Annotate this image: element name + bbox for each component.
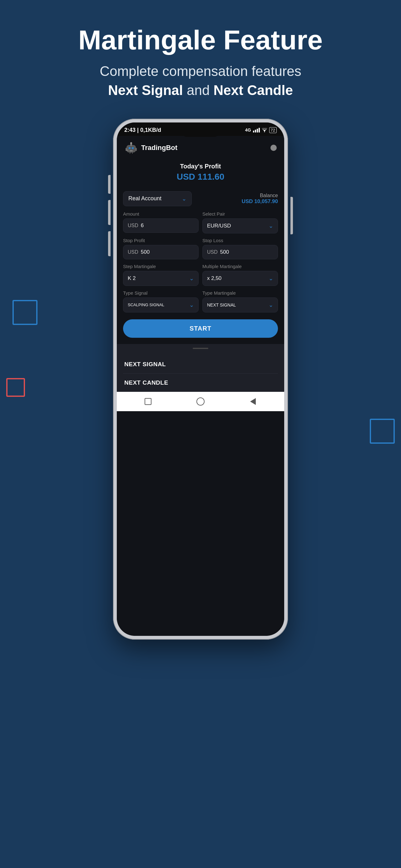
pair-field-col: Select Pair EUR/USD ⌄ bbox=[202, 211, 278, 234]
status-icons: 4G 72 bbox=[245, 127, 277, 133]
subtitle-line1: Complete compensation features bbox=[100, 63, 301, 79]
stop-loss-col: Stop Loss USD 500 bbox=[202, 238, 278, 259]
svg-rect-8 bbox=[136, 148, 137, 151]
phone-outer: 2:43 | 0,1KB/d 4G bbox=[113, 119, 288, 640]
type-signal-text: SCALPING SIGNAL bbox=[128, 303, 164, 307]
subtitle-bold2: Next Candle bbox=[213, 83, 293, 98]
sheet-item-next-candle[interactable]: NEXT CANDLE bbox=[123, 374, 278, 392]
type-signal-chevron-icon: ⌄ bbox=[189, 302, 194, 308]
stop-loss-label: Stop Loss bbox=[202, 238, 278, 243]
pair-label: Select Pair bbox=[202, 211, 278, 217]
phone-mockup: 2:43 | 0,1KB/d 4G bbox=[0, 113, 401, 664]
signal-bars-icon bbox=[253, 128, 260, 132]
app-screen: TradingBot Today's Profit USD 111.60 Rea… bbox=[117, 136, 284, 636]
dynamic-island bbox=[182, 127, 219, 137]
amount-prefix: USD bbox=[128, 223, 138, 228]
robot-icon bbox=[124, 141, 138, 155]
app-logo: TradingBot bbox=[124, 141, 177, 155]
svg-point-6 bbox=[130, 142, 132, 144]
app-name: TradingBot bbox=[141, 144, 177, 152]
account-chevron-icon: ⌄ bbox=[182, 195, 187, 202]
multiple-martingale-col: Multiple Martingale x 2,50 ⌄ bbox=[202, 264, 278, 286]
nav-back-button[interactable] bbox=[248, 397, 258, 406]
sheet-handle bbox=[193, 348, 208, 349]
stop-loss-input[interactable]: USD 500 bbox=[202, 245, 278, 259]
amount-input[interactable]: USD 6 bbox=[123, 218, 199, 233]
multiple-martingale-text: x 2,50 bbox=[207, 275, 222, 281]
back-icon bbox=[250, 398, 256, 405]
step-martingale-col: Step Martingale K 2 ⌄ bbox=[123, 264, 199, 286]
svg-rect-9 bbox=[126, 150, 128, 151]
start-button[interactable]: START bbox=[123, 319, 278, 338]
stop-loss-value: 500 bbox=[220, 249, 229, 255]
form-section: Real Account ⌄ Balance USD 10,057.90 Amo… bbox=[117, 188, 284, 341]
stop-profit-loss-row: Stop Profit USD 500 Stop Loss USD 500 bbox=[123, 238, 278, 259]
svg-rect-3 bbox=[132, 147, 134, 149]
stop-profit-prefix: USD bbox=[128, 249, 138, 255]
martingale-row: Step Martingale K 2 ⌄ Multiple Martingal… bbox=[123, 264, 278, 286]
power-button[interactable] bbox=[291, 197, 293, 234]
type-martingale-label: Type Martingale bbox=[202, 290, 278, 296]
profit-value: USD 111.60 bbox=[123, 172, 278, 182]
header-subtitle: Complete compensation features Next Sign… bbox=[19, 62, 382, 100]
step-martingale-chevron-icon: ⌄ bbox=[189, 275, 194, 282]
multiple-martingale-select[interactable]: x 2,50 ⌄ bbox=[202, 271, 278, 286]
type-martingale-text: NEXT SIGNAL bbox=[207, 303, 236, 307]
svg-rect-4 bbox=[130, 150, 133, 151]
amount-field-col: Amount USD 6 bbox=[123, 211, 199, 234]
stop-profit-label: Stop Profit bbox=[123, 238, 199, 243]
app-header: TradingBot bbox=[117, 136, 284, 160]
mute-button[interactable] bbox=[108, 231, 110, 256]
status-time: 2:43 | 0,1KB/d bbox=[124, 127, 161, 133]
home-icon bbox=[196, 398, 205, 406]
network-type-icon: 4G bbox=[245, 127, 251, 132]
svg-rect-2 bbox=[129, 147, 131, 149]
type-row: Type Signal SCALPING SIGNAL ⌄ Type Marti… bbox=[123, 290, 278, 312]
type-martingale-chevron-icon: ⌄ bbox=[269, 302, 273, 308]
stop-profit-value: 500 bbox=[141, 249, 149, 255]
amount-value: 6 bbox=[141, 222, 144, 229]
type-signal-col: Type Signal SCALPING SIGNAL ⌄ bbox=[123, 290, 199, 312]
bottom-sheet: NEXT SIGNAL NEXT CANDLE bbox=[117, 344, 284, 392]
account-balance-row: Real Account ⌄ Balance USD 10,057.90 bbox=[123, 191, 278, 206]
step-martingale-label: Step Martingale bbox=[123, 264, 199, 269]
multiple-martingale-chevron-icon: ⌄ bbox=[269, 275, 273, 282]
multiple-martingale-label: Multiple Martingale bbox=[202, 264, 278, 269]
balance-value: USD 10,057.90 bbox=[242, 198, 278, 205]
nav-home-button[interactable] bbox=[196, 397, 205, 406]
battery-icon: 72 bbox=[269, 127, 277, 133]
type-martingale-select[interactable]: NEXT SIGNAL ⌄ bbox=[202, 298, 278, 312]
balance-label: Balance bbox=[242, 193, 278, 198]
sheet-item-next-signal[interactable]: NEXT SIGNAL bbox=[123, 355, 278, 374]
pair-select[interactable]: EUR/USD ⌄ bbox=[202, 218, 278, 234]
subtitle-and: and bbox=[187, 83, 213, 98]
step-martingale-text: K 2 bbox=[128, 275, 136, 281]
nav-recent-apps-button[interactable] bbox=[143, 397, 153, 406]
volume-down-button[interactable] bbox=[108, 200, 110, 225]
phone-inner: 2:43 | 0,1KB/d 4G bbox=[117, 122, 284, 636]
subtitle-bold1: Next Signal bbox=[108, 83, 183, 98]
amount-label: Amount bbox=[123, 211, 199, 217]
balance-block: Balance USD 10,057.90 bbox=[242, 193, 278, 205]
volume-up-button[interactable] bbox=[108, 175, 110, 194]
amount-pair-row: Amount USD 6 Select Pair EUR/USD ⌄ bbox=[123, 211, 278, 234]
pair-select-text: EUR/USD bbox=[207, 223, 231, 229]
svg-point-0 bbox=[264, 131, 265, 132]
stop-profit-col: Stop Profit USD 500 bbox=[123, 238, 199, 259]
stop-loss-prefix: USD bbox=[207, 249, 218, 255]
account-type-select[interactable]: Real Account ⌄ bbox=[123, 191, 192, 206]
profit-label: Today's Profit bbox=[123, 163, 278, 170]
header-status-dot bbox=[270, 145, 277, 151]
type-martingale-col: Type Martingale NEXT SIGNAL ⌄ bbox=[202, 290, 278, 312]
header-section: Martingale Feature Complete compensation… bbox=[0, 0, 401, 113]
wifi-icon bbox=[262, 128, 267, 132]
pair-chevron-icon: ⌄ bbox=[269, 222, 273, 229]
account-type-text: Real Account bbox=[128, 195, 162, 202]
home-navigation-area bbox=[117, 392, 284, 411]
type-signal-label: Type Signal bbox=[123, 290, 199, 296]
profit-section: Today's Profit USD 111.60 bbox=[117, 160, 284, 188]
stop-profit-input[interactable]: USD 500 bbox=[123, 245, 199, 259]
page-title: Martingale Feature bbox=[19, 25, 382, 55]
type-signal-select[interactable]: SCALPING SIGNAL ⌄ bbox=[123, 298, 199, 312]
step-martingale-select[interactable]: K 2 ⌄ bbox=[123, 271, 199, 286]
